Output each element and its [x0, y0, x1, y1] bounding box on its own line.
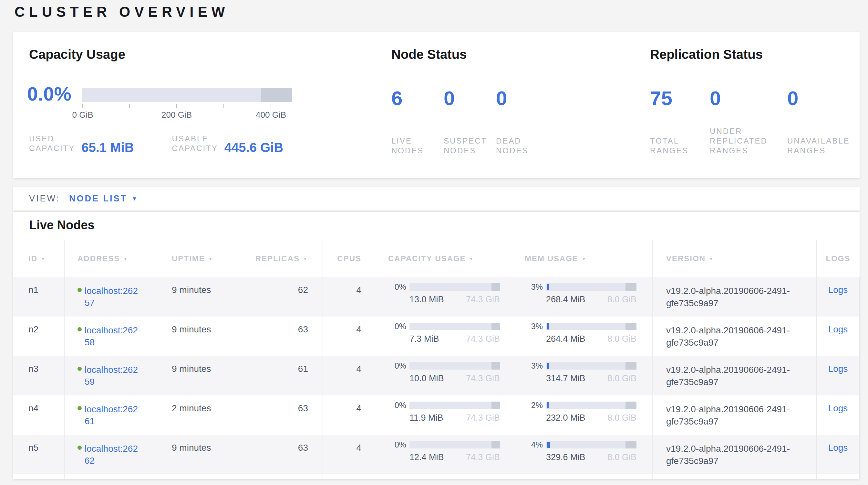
node-id-cell: n3: [13, 356, 65, 395]
view-mode-selected: NODE LIST: [69, 194, 127, 204]
node-id-cell: n4: [13, 395, 65, 435]
capacity-usage-bar: [409, 283, 500, 291]
live-nodes-stat: 6 LIVE NODES: [392, 87, 444, 155]
mem-usage-used-value: 329.6 MiB: [546, 452, 585, 462]
capacity-bar-nonusable-segment: [261, 88, 292, 102]
node-replicas-cell: 63: [236, 395, 323, 435]
sort-caret-icon: ▼: [469, 256, 474, 261]
capacity-usage-bar-tail: [492, 362, 500, 370]
view-label: VIEW:: [29, 194, 60, 204]
node-cpus-cell: 4: [323, 435, 375, 474]
node-version-text: v19.2.0-alpha.20190606-2491-gfe735c9a97: [666, 285, 792, 309]
suspect-nodes-count: 0: [444, 87, 496, 110]
capacity-usage-max-value: 74.3 GiB: [466, 373, 500, 383]
used-capacity-stat: USED CAPACITY 65.1 MiB: [29, 134, 134, 153]
column-header-id[interactable]: ID▼: [13, 240, 65, 277]
capacity-usage-max-value: 74.3 GiB: [466, 294, 500, 305]
live-nodes-table: ID▼ ADDRESS▼ UPTIME▼ REPLICAS▼ CPUS CAPA…: [13, 240, 860, 479]
capacity-usage-bar: [82, 88, 292, 102]
node-id-cell: n5: [13, 435, 65, 474]
node-replicas-cell: 63: [236, 317, 323, 356]
table-row-node-n5: n5localhost:262629 minutes6340%12.4 MiB7…: [13, 435, 860, 474]
node-logs-cell: Logs: [817, 356, 860, 395]
used-capacity-label: USED CAPACITY: [29, 134, 75, 153]
dead-nodes-stat: 0 DEAD NODES: [496, 87, 561, 155]
node-replicas-cell: 61: [236, 356, 323, 395]
mem-usage-percent: 3%: [525, 282, 543, 292]
mem-usage-bar: [546, 402, 637, 409]
usable-capacity-stat: USABLE CAPACITY 445.6 GiB: [172, 134, 283, 153]
column-header-address[interactable]: ADDRESS▼: [65, 240, 158, 277]
view-mode-dropdown[interactable]: NODE LIST ▼: [69, 194, 138, 204]
sort-caret-icon: ▼: [582, 256, 587, 261]
node-version-cell: v19.2.0-alpha.20190606-2491-gfe735c9a97: [653, 277, 817, 317]
node-logs-link[interactable]: Logs: [817, 364, 859, 374]
capacity-stats: USED CAPACITY 65.1 MiB USABLE CAPACITY 4…: [29, 134, 283, 153]
node-address-link[interactable]: localhost:26259: [85, 364, 140, 388]
node-address-cell: localhost:26259: [65, 356, 158, 395]
sort-caret-icon: ▼: [208, 256, 213, 261]
node-uptime-cell: 9 minutes: [158, 435, 236, 474]
capacity-usage-used-value: 12.4 MiB: [409, 452, 444, 462]
node-address-cell: localhost:26261: [65, 395, 158, 435]
capacity-usage-title: Capacity Usage: [29, 47, 125, 62]
column-header-replicas[interactable]: REPLICAS▼: [236, 240, 323, 277]
mem-usage-bar-fill: [547, 323, 549, 330]
column-header-version[interactable]: VERSION▼: [653, 240, 817, 277]
node-address-link[interactable]: localhost:26261: [85, 403, 140, 427]
unavailable-ranges-stat: 0 UNAVAILABLE RANGES: [787, 87, 862, 155]
mem-usage-used-value: 232.0 MiB: [546, 413, 585, 423]
node-logs-link[interactable]: Logs: [817, 324, 859, 335]
node-version-cell: v19.2.0-alpha.20190606-2491-gfe735c9a97: [653, 395, 817, 435]
chevron-down-icon: ▼: [132, 196, 138, 202]
node-address-link[interactable]: localhost:26257: [85, 285, 140, 309]
mem-usage-bar-tail: [625, 402, 637, 409]
axis-tick: [82, 104, 83, 108]
view-selector-bar: VIEW: NODE LIST ▼: [13, 187, 860, 210]
column-header-uptime[interactable]: UPTIME▼: [158, 240, 236, 277]
mem-usage-bar: [546, 323, 637, 330]
capacity-usage-used-value: 10.0 MiB: [409, 373, 444, 383]
node-uptime-cell: 9 minutes: [158, 317, 236, 356]
node-cpus-cell: 4: [323, 317, 375, 356]
total-ranges-stat: 75 TOTAL RANGES: [650, 87, 710, 155]
capacity-usage-bar-tail: [492, 402, 500, 409]
node-logs-cell: Logs: [817, 395, 860, 435]
node-logs-link[interactable]: Logs: [817, 403, 859, 413]
node-address-link[interactable]: localhost:26262: [85, 443, 140, 466]
dead-nodes-count: 0: [496, 87, 561, 110]
node-address-link[interactable]: localhost:26258: [85, 324, 140, 348]
node-replicas-cell: 62: [236, 277, 323, 317]
mem-usage-cell: 2%232.0 MiB8.0 GiB: [511, 395, 653, 435]
capacity-usage-bar: [409, 362, 500, 370]
capacity-usage-max-value: 74.3 GiB: [466, 452, 500, 462]
total-ranges-count: 75: [650, 87, 710, 110]
axis-label: 400 GiB: [256, 110, 286, 120]
node-status-stats: 6 LIVE NODES 0 SUSPECT NODES 0 DEAD NODE…: [392, 87, 561, 155]
node-live-status-icon: [78, 367, 82, 371]
cluster-overview-page: CLUSTER OVERVIEW Capacity Usage 0.0% 0 G…: [0, 0, 868, 485]
node-logs-link[interactable]: Logs: [817, 443, 859, 453]
mem-usage-percent: 3%: [525, 361, 543, 371]
node-uptime-cell: 2 minutes: [158, 395, 236, 435]
mem-usage-bar-tail: [625, 323, 637, 330]
node-live-status-icon: [78, 446, 82, 450]
column-header-mem-usage[interactable]: MEM USAGE▼: [511, 240, 653, 277]
capacity-usage-used-value: 13.0 MiB: [409, 294, 444, 305]
node-logs-link[interactable]: Logs: [817, 285, 859, 295]
node-version-text: v19.2.0-alpha.20190606-2491-gfe735c9a97: [666, 403, 792, 428]
node-id-cell: n1: [13, 277, 65, 317]
mem-usage-used-value: 268.4 MiB: [546, 294, 585, 305]
mem-usage-bar: [546, 441, 637, 449]
capacity-usage-max-value: 74.3 GiB: [466, 334, 500, 344]
cluster-summary-card: Capacity Usage 0.0% 0 GiB 200 GiB 400 Gi…: [13, 32, 860, 178]
mem-usage-percent: 3%: [525, 322, 543, 331]
axis-tick: [271, 104, 271, 108]
capacity-usage-percent: 0%: [388, 401, 406, 410]
column-header-capacity-usage[interactable]: CAPACITY USAGE▼: [375, 240, 511, 277]
node-cpus-cell: 4: [323, 395, 375, 435]
unavailable-ranges-count: 0: [787, 87, 862, 110]
capacity-usage-bar-tail: [492, 283, 500, 291]
live-nodes-card: Live Nodes ID▼ ADDRESS▼ UPTIME▼ REPLICAS…: [13, 212, 860, 479]
capacity-usage-cell: 0%7.3 MiB74.3 GiB: [375, 317, 511, 356]
